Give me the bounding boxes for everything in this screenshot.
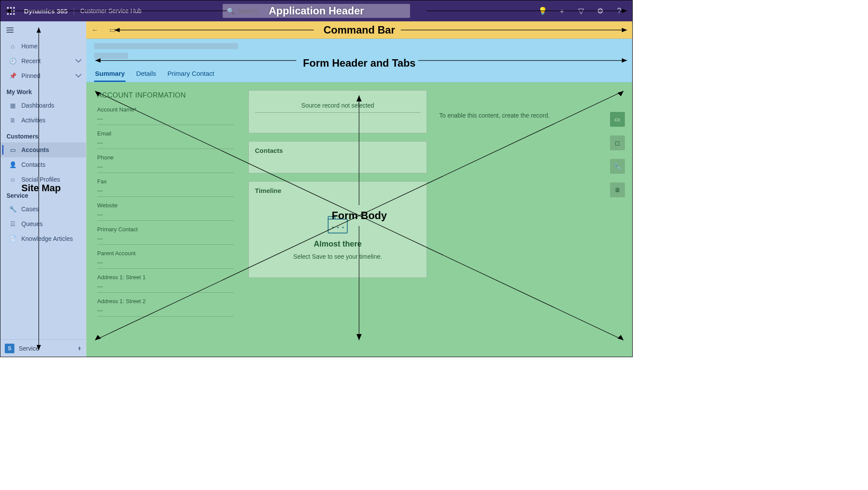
field-parent-account[interactable]: Parent Account--- (92, 247, 239, 271)
form-right-column: To enable this content, create the recor… (436, 90, 599, 349)
sidebar-item-label: Recent (21, 57, 41, 64)
recent-icon: 🕘 (8, 57, 17, 64)
queue-icon: ☰ (8, 220, 17, 227)
acct-icon: ▭ (8, 146, 17, 153)
area-label: Service (19, 345, 39, 352)
sidebar-item-pinned[interactable]: 📌Pinned (0, 68, 86, 83)
area-switch-icon: ▲▼ (78, 346, 81, 351)
sidebar-item-label: Cases (21, 206, 39, 213)
field-account-name-[interactable]: Account Name*--- (92, 104, 239, 128)
area-badge: S (5, 344, 14, 353)
field-label: Address 1: Street 1 (97, 274, 234, 280)
dash-icon: ▦ (8, 102, 17, 109)
sidebar-item-knowledge-articles[interactable]: 📄Knowledge Articles (0, 231, 86, 246)
field-label: Email (97, 130, 234, 137)
ka-icon: 📄 (8, 235, 17, 242)
field-primary-contact[interactable]: Primary Contact--- (92, 223, 239, 247)
field-value: --- (97, 162, 234, 171)
enable-content-note: To enable this content, create the recor… (436, 90, 599, 119)
sidebar-group-customers: Customers (0, 128, 86, 142)
search-icon: 🔍 (227, 7, 234, 14)
rail-tools-icon[interactable]: 🔧 (610, 159, 625, 174)
lightbulb-icon[interactable]: 💡 (534, 0, 551, 21)
chevron-down-icon (76, 72, 81, 79)
record-title-skeleton (94, 43, 238, 49)
form-tabs: SummaryDetailsPrimary Contact (94, 66, 215, 82)
app-launcher-icon[interactable] (0, 0, 21, 21)
sidebar-toggle-button[interactable] (0, 21, 20, 39)
sidebar-item-queues[interactable]: ☰Queues (0, 216, 86, 231)
tab-primary-contact[interactable]: Primary Contact (166, 66, 215, 82)
field-value: --- (97, 210, 234, 219)
field-email[interactable]: Email--- (92, 128, 239, 152)
field-label: Parent Account (97, 250, 234, 257)
sidebar-item-label: Dashboards (21, 102, 54, 109)
soc-icon: ☺ (8, 176, 17, 183)
sidebar-item-recent[interactable]: 🕘Recent (0, 54, 86, 68)
site-map: ⌂Home🕘Recent📌Pinned My Work▦Dashboards🗎A… (0, 21, 86, 357)
source-record-card: Source record not selected (248, 90, 427, 133)
field-value: --- (97, 115, 234, 123)
sidebar-item-label: Queues (21, 220, 43, 227)
source-record-text: Source record not selected (255, 102, 420, 109)
section-title: ACCOUNT INFORMATION (97, 91, 239, 99)
sidebar-item-label: Activities (21, 117, 45, 124)
add-icon[interactable]: ＋ (553, 0, 570, 21)
home-icon: ⌂ (8, 43, 17, 50)
settings-icon[interactable]: ⚙ (591, 0, 609, 21)
sidebar-item-dashboards[interactable]: ▦Dashboards (0, 98, 86, 113)
tab-summary[interactable]: Summary (94, 66, 125, 82)
sidebar-item-cases[interactable]: 🔧Cases (0, 202, 86, 216)
sidebar-item-contacts[interactable]: 👤Contacts (0, 157, 86, 172)
field-value: --- (97, 306, 234, 314)
record-subtitle-skeleton (94, 53, 128, 59)
field-label: Fax (97, 178, 234, 185)
field-address-1-street-1[interactable]: Address 1: Street 1--- (92, 271, 239, 295)
field-address-1-street-2[interactable]: Address 1: Street 2--- (92, 295, 239, 319)
field-label: Account Name* (97, 106, 234, 113)
case-icon: 🔧 (8, 206, 17, 213)
open-panel-button[interactable]: ▭ (104, 21, 121, 39)
field-phone[interactable]: Phone--- (92, 152, 239, 176)
sidebar-item-home[interactable]: ⌂Home (0, 39, 86, 54)
timeline-card: Timeline Almost there Select Save to see… (248, 181, 427, 278)
annotation-command-bar: Command Bar (86, 24, 632, 36)
rail-card-icon[interactable]: ◻ (610, 135, 625, 150)
field-value: --- (97, 186, 234, 195)
chevron-down-icon (76, 57, 81, 64)
area-switcher[interactable]: S Service ▲▼ (0, 339, 86, 357)
field-label: Phone (97, 154, 234, 161)
rail-notes-icon[interactable]: 🗎 (610, 182, 625, 197)
field-fax[interactable]: Fax--- (92, 176, 239, 199)
application-header: Dynamics 365 Customer Service Hub 🔍 Appl… (0, 0, 632, 21)
sidebar-item-label: Accounts (21, 146, 49, 153)
subapp-label: Customer Service Hub (74, 7, 142, 14)
help-icon[interactable]: ? (610, 0, 628, 21)
field-label: Website (97, 202, 234, 209)
field-value: --- (97, 258, 234, 267)
timeline-title: Timeline (255, 187, 420, 194)
pin-icon: 📌 (8, 72, 17, 79)
timeline-headline: Almost there (255, 240, 420, 249)
back-button[interactable]: ← (86, 21, 104, 39)
tab-details[interactable]: Details (135, 66, 157, 82)
field-website[interactable]: Website--- (92, 199, 239, 223)
sidebar-item-accounts[interactable]: ▭Accounts (0, 142, 86, 157)
filter-icon[interactable]: ▽ (572, 0, 590, 21)
annotation-site-map: Site Map (21, 182, 61, 194)
contacts-card: Contacts (248, 141, 427, 173)
field-value: --- (97, 234, 234, 243)
rail-assistant-icon[interactable]: ▭ (610, 112, 625, 127)
field-value: --- (97, 282, 234, 291)
sidebar-item-label: Social Profiles (21, 176, 60, 183)
global-search[interactable]: 🔍 Application Header (223, 4, 410, 18)
search-input[interactable] (238, 7, 410, 14)
sidebar-item-label: Contacts (21, 161, 45, 168)
sidebar-item-label: Knowledge Articles (21, 235, 73, 242)
act-icon: 🗎 (8, 117, 17, 124)
sidebar-item-activities[interactable]: 🗎Activities (0, 113, 86, 128)
field-label: Address 1: Street 2 (97, 298, 234, 304)
timeline-empty-icon (328, 216, 348, 233)
form-middle-column: Source record not selected Contacts Time… (248, 90, 427, 349)
command-bar: ← ▭ Command Bar (86, 21, 632, 39)
